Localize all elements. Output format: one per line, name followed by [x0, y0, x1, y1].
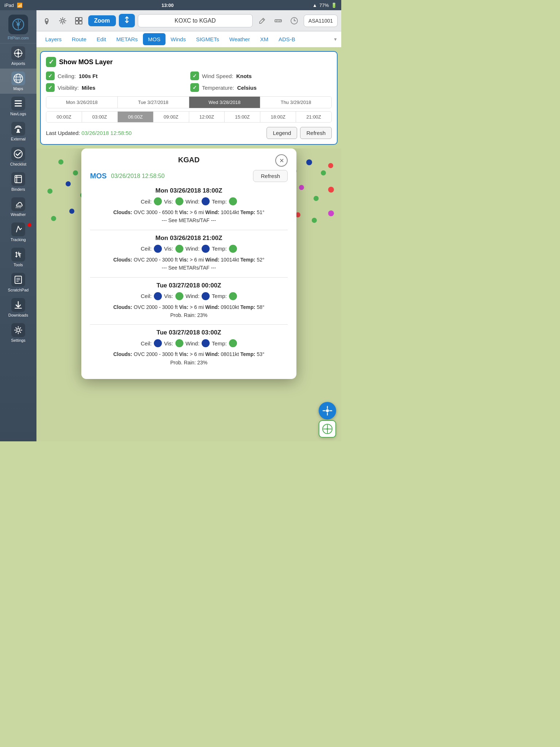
tab-xm[interactable]: XM	[255, 33, 273, 45]
settings-button[interactable]	[56, 14, 69, 27]
mos-options: ✓ Ceiling: 100s Ft ✓ Wind Speed: Knots ✓…	[46, 71, 332, 92]
sidebar-item-tools[interactable]: Tools	[0, 245, 36, 270]
tab-route[interactable]: Route	[67, 33, 92, 45]
sidebar-item-airports[interactable]: Airports	[0, 43, 36, 69]
forecast-indicators-4: Ceil: Vis: Wind: Temp:	[90, 339, 288, 347]
tab-adsb[interactable]: ADS-B	[273, 33, 300, 45]
tab-weather[interactable]: Weather	[224, 33, 255, 45]
forecast-time-3: Tue 03/27/2018 00:00Z	[90, 282, 288, 289]
map-dot	[73, 170, 78, 175]
sidebar-item-scratchpad[interactable]: ScratchPad	[0, 270, 36, 295]
modal-close-button[interactable]: ✕	[275, 154, 288, 167]
svg-rect-32	[75, 18, 78, 20]
navlogs-icon	[11, 97, 25, 111]
zoom-button[interactable]: Zoom	[88, 15, 116, 26]
status-bar: iPad 📶 13:00 ▲ 77% 🔋	[0, 0, 341, 10]
svg-rect-17	[15, 175, 22, 183]
nav-tabs: Layers Route Edit METARs MOS Winds SIGME…	[36, 31, 341, 47]
tab-winds[interactable]: Winds	[166, 33, 191, 45]
sidebar-item-navlogs[interactable]: NavLogs	[0, 94, 36, 119]
wind-dot-1	[202, 197, 210, 205]
forecast-block-1: Mon 03/26/2018 18:00Z Ceil: Vis: Wind: T…	[90, 187, 288, 225]
time-tab-3[interactable]: 09:00Z	[153, 112, 189, 122]
visibility-checkbox[interactable]: ✓	[46, 83, 55, 92]
wind-dot-2	[202, 245, 210, 253]
time-tab-7[interactable]: 21:00Z	[296, 112, 331, 122]
map-dot	[69, 209, 74, 214]
time-tab-6[interactable]: 18:00Z	[260, 112, 296, 122]
vis-dot-3	[175, 292, 183, 300]
ceil-label-4: Ceil:	[141, 340, 152, 347]
modal-mos-label: MOS	[90, 172, 107, 180]
sidebar-item-binders[interactable]: Binders	[0, 169, 36, 194]
date-tab-3[interactable]: Thu 3/29/2018	[260, 97, 331, 108]
modal-refresh-button[interactable]: Refresh	[253, 170, 288, 182]
sidebar-item-tracking[interactable]: Tracking	[0, 220, 36, 245]
temperature-label: Temperature:	[202, 85, 234, 91]
map-area[interactable]: KGAD ✕ MOS 03/26/2018 12:58:50 Refresh M…	[36, 148, 341, 441]
nav-tab-arrow: ▼	[333, 37, 338, 42]
time-tab-1[interactable]: 03:00Z	[82, 112, 118, 122]
date-tabs: Mon 3/26/2018 Tue 3/27/2018 Wed 3/28/201…	[46, 96, 332, 108]
time-tab-2[interactable]: 06:00Z	[118, 112, 153, 122]
wind-speed-checkbox[interactable]: ✓	[190, 71, 199, 80]
sidebar-item-maps[interactable]: Maps	[0, 69, 36, 94]
brand-icon	[8, 15, 28, 34]
expand-button[interactable]	[72, 14, 85, 27]
time-tab-4[interactable]: 12:00Z	[189, 112, 225, 122]
date-tab-1[interactable]: Tue 3/27/2018	[118, 97, 189, 108]
route-button[interactable]: KOXC to KGAD	[138, 14, 253, 27]
forecast-details-1: Clouds: OVC 3000 - 6500 ft Vis: > 6 mi W…	[90, 208, 288, 225]
ceil-dot-3	[154, 292, 162, 300]
forecast-divider-1	[90, 230, 288, 230]
mos-panel: ✓ Show MOS Layer ✓ Ceiling: 100s Ft ✓ Wi…	[40, 51, 338, 145]
time-tab-0[interactable]: 00:00Z	[46, 112, 82, 122]
modal-header: KGAD ✕	[90, 156, 288, 164]
sidebar-item-label: Binders	[11, 187, 25, 191]
ceil-label-2: Ceil:	[141, 245, 152, 252]
legend-button[interactable]: Legend	[267, 127, 297, 139]
temp-dot-3	[229, 292, 237, 300]
date-tab-0[interactable]: Mon 3/26/2018	[46, 97, 118, 108]
date-tab-2[interactable]: Wed 3/28/2018	[189, 97, 261, 108]
map-dot	[328, 163, 333, 168]
temperature-checkbox[interactable]: ✓	[190, 83, 199, 92]
sidebar-item-weather[interactable]: Weather	[0, 194, 36, 220]
sidebar-item-label: NavLogs	[10, 112, 26, 116]
sidebar-item-downloads[interactable]: Downloads	[0, 295, 36, 320]
show-mos-checkbox[interactable]: ✓	[46, 57, 56, 67]
clock-button[interactable]	[288, 14, 301, 27]
flight-id-button[interactable]: ASA11001	[304, 15, 338, 27]
tab-metars[interactable]: METARs	[111, 33, 143, 45]
ceil-label-3: Ceil:	[141, 293, 152, 299]
sidebar-item-label: Downloads	[8, 313, 28, 317]
sidebar-item-checklist[interactable]: Checklist	[0, 144, 36, 169]
settings-icon	[11, 323, 25, 337]
tab-layers[interactable]: Layers	[40, 33, 67, 45]
edit-button[interactable]	[256, 14, 269, 27]
temp-label-3: Temp:	[212, 293, 227, 299]
sidebar-item-settings[interactable]: Settings	[0, 320, 36, 345]
ceil-dot-4	[154, 339, 162, 347]
svg-point-30	[45, 19, 48, 22]
tab-sigmets[interactable]: SIGMETs	[191, 33, 224, 45]
sort-button[interactable]	[119, 14, 135, 27]
tab-edit[interactable]: Edit	[92, 33, 111, 45]
compass-button[interactable]	[319, 420, 336, 438]
location-button[interactable]	[40, 14, 53, 27]
vis-dot-4	[175, 339, 183, 347]
forecast-indicators-3: Ceil: Vis: Wind: Temp:	[90, 292, 288, 300]
map-dot	[66, 181, 71, 186]
visibility-label: Visibility:	[58, 85, 79, 91]
ruler-button[interactable]	[272, 14, 285, 27]
locate-me-button[interactable]	[319, 402, 336, 419]
tracking-icon	[11, 222, 25, 236]
sidebar-item-external[interactable]: External	[0, 119, 36, 144]
last-updated-label: Last Updated: 03/26/2018 12:58:50	[46, 130, 132, 136]
refresh-button[interactable]: Refresh	[300, 127, 332, 139]
ceiling-checkbox[interactable]: ✓	[46, 71, 55, 80]
forecast-time-4: Tue 03/27/2018 03:00Z	[90, 329, 288, 336]
vis-label-4: Vis:	[164, 340, 173, 347]
tab-mos[interactable]: MOS	[143, 33, 166, 45]
time-tab-5[interactable]: 15:00Z	[225, 112, 260, 122]
